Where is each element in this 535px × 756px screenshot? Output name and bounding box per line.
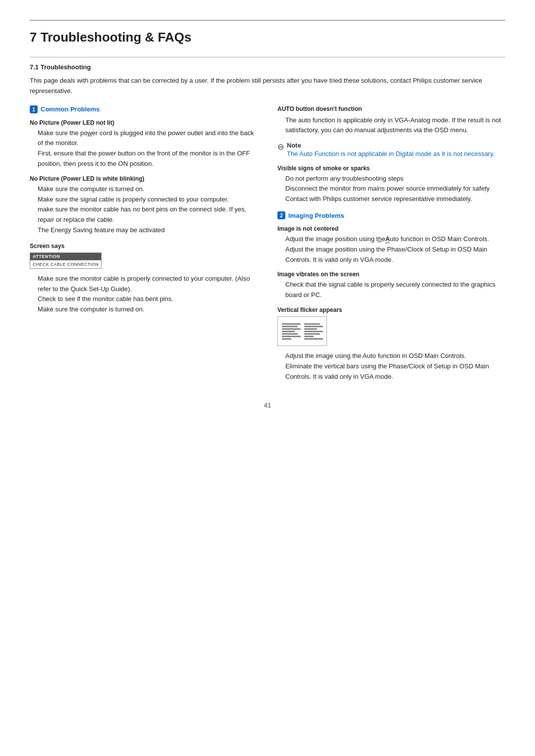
top-rule: [30, 20, 505, 21]
no-picture-power-not-lit: No Picture (Power LED not lit) Make sure…: [30, 119, 258, 169]
no-picture-line-1: Make sure the power cord is plugged into…: [38, 128, 258, 149]
no-picture-white-blinking: No Picture (Power LED is white blinking)…: [30, 175, 258, 236]
imaging-problems-badge: 2: [277, 211, 285, 219]
section-7-1-heading: 7.1 Troubleshooting: [30, 63, 505, 71]
flicker-bars-right: [304, 323, 323, 340]
image-vibrates-body: Check that the signal cable is properly …: [277, 280, 505, 301]
screen-says-heading: Screen says: [30, 243, 258, 250]
no-picture-heading: No Picture (Power LED not lit): [30, 119, 258, 126]
screen-says-body: Make sure the monitor cable is properly …: [30, 274, 258, 315]
visible-smoke-heading: Visible signs of smoke or sparks: [277, 165, 505, 172]
vertical-flicker-body: Adjust the image using the Auto function…: [277, 351, 505, 382]
right-column: AUTO button doesn't function The auto fu…: [277, 105, 505, 382]
intro-text: This page deals with problems that can b…: [30, 76, 505, 97]
vertical-flicker-image: [277, 316, 327, 346]
note-content: Note The Auto Function is not applicable…: [287, 142, 495, 159]
two-column-layout: 1 Common Problems No Picture (Power LED …: [30, 105, 505, 382]
not-centered-line-2: Adjust the image position using the Phas…: [285, 245, 505, 265]
flicker-bar: [282, 331, 295, 332]
auto-button-body: The auto function is applicable only in …: [277, 115, 505, 136]
visible-smoke-body: Do not perform any troubleshooting steps…: [277, 174, 505, 204]
not-centered-line-1: Adjust the image position using theAuto …: [285, 234, 505, 245]
white-blinking-line-4: The Energy Saving feature may be activat…: [38, 225, 258, 236]
page-number: 41: [30, 402, 505, 409]
chapter-number: 7: [30, 30, 37, 45]
image-not-centered-body: Adjust the image position using theAuto …: [277, 234, 505, 265]
flicker-line-1: Adjust the image using the Auto function…: [285, 351, 505, 361]
cable-connection-label: CHECK CABLE CONNECTION: [30, 260, 101, 268]
flicker-bar: [282, 323, 301, 325]
image-vibrates-heading: Image vibrates on the screen: [277, 271, 505, 278]
flicker-line-2: Eliminate the vertical bars using the Ph…: [285, 361, 505, 382]
screen-says-section: Screen says ATTENTION CHECK CABLE CONNEC…: [30, 243, 258, 315]
white-blinking-line-1: Make sure the computer is turned on.: [38, 184, 258, 195]
flicker-bar: [282, 338, 291, 340]
common-problems-heading: 1 Common Problems: [30, 105, 258, 113]
flicker-bar: [304, 333, 320, 335]
auto-button-heading: AUTO button doesn't function: [277, 105, 505, 112]
attention-box: ATTENTION CHECK CABLE CONNECTION: [30, 252, 102, 269]
white-blinking-heading: No Picture (Power LED is white blinking): [30, 175, 258, 182]
image-not-centered: Image is not centered Adjust the image p…: [277, 225, 505, 265]
chapter-title-text: Troubleshooting & FAQs: [41, 30, 192, 45]
imaging-problems-heading: 2 Imaging Problems: [277, 211, 505, 219]
flicker-bar: [304, 328, 318, 330]
white-blinking-line-3: make sure the monitor cable has no bent …: [38, 204, 258, 225]
note-icon: ⊖: [277, 142, 284, 151]
vertical-flicker-heading: Vertical flicker appears: [277, 306, 505, 313]
flicker-bars-left: [282, 323, 301, 340]
smoke-line-3: Contact with Philips customer service re…: [285, 194, 505, 204]
flicker-bar: [304, 326, 323, 327]
note-label: Note: [287, 142, 301, 149]
auto-button-section: AUTO button doesn't function The auto fu…: [277, 105, 505, 136]
attention-label: ATTENTION: [30, 253, 101, 260]
no-picture-body: Make sure the power cord is plugged into…: [30, 128, 258, 169]
white-blinking-body: Make sure the computer is turned on. Mak…: [30, 184, 258, 236]
imaging-problems-label: Imaging Problems: [288, 212, 344, 219]
left-column: 1 Common Problems No Picture (Power LED …: [30, 105, 258, 382]
screen-says-line-1: Make sure the monitor cable is properly …: [38, 274, 258, 295]
chapter-title: 7 Troubleshooting & FAQs: [30, 30, 505, 45]
auto-button-line-1: The auto function is applicable only in …: [285, 115, 505, 136]
flicker-bar: [282, 326, 298, 327]
flicker-bar: [282, 328, 301, 330]
common-problems-label: Common Problems: [41, 105, 100, 113]
image-not-centered-heading: Image is not centered: [277, 225, 505, 232]
white-blinking-line-2: Make sure the signal cable is properly c…: [38, 195, 258, 205]
note-text: The Auto Function is not applicable in D…: [287, 150, 495, 157]
smoke-line-1: Do not perform any troubleshooting steps: [285, 174, 505, 184]
flicker-bar: [304, 336, 314, 337]
vibrates-line-1: Check that the signal cable is properly …: [285, 280, 505, 301]
note-box: ⊖ Note The Auto Function is not applicab…: [277, 142, 505, 159]
section-rule: [30, 57, 505, 57]
visible-smoke-section: Visible signs of smoke or sparks Do not …: [277, 165, 505, 204]
image-vibrates: Image vibrates on the screen Check that …: [277, 271, 505, 301]
common-problems-badge: 1: [30, 105, 38, 113]
screen-says-line-2: Check to see if the monitor cable has be…: [38, 294, 258, 304]
screen-says-line-3: Make sure the computer is turned on.: [38, 304, 258, 315]
flicker-bar: [304, 323, 320, 325]
smoke-line-2: Disconnect the monitor from mains power …: [285, 184, 505, 194]
no-picture-line-2: First, ensure that the power button on t…: [38, 149, 258, 169]
flicker-bar: [282, 336, 301, 337]
page-container: 7 Troubleshooting & FAQs 7.1 Troubleshoo…: [30, 20, 505, 409]
flicker-bar: [304, 331, 323, 332]
flicker-bar: [304, 338, 323, 340]
flicker-bar: [282, 333, 298, 335]
vertical-flicker: Vertical flicker appears: [277, 306, 505, 382]
